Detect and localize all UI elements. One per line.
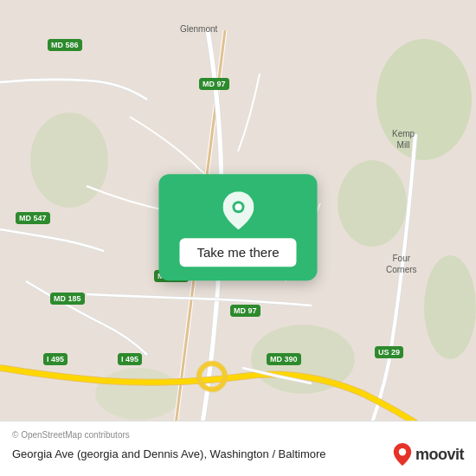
svg-point-13 <box>399 448 406 455</box>
action-card: Take me there <box>158 174 317 280</box>
bottom-bar: © OpenStreetMap contributors Georgia Ave… <box>0 421 476 476</box>
road-label-md97b: MD 97 <box>230 305 261 317</box>
map-container: MD 586 MD 97 MD 547 MD 185 MD 192 MD 97 … <box>0 0 476 476</box>
place-label-glenmont: Glenmont <box>180 24 217 34</box>
road-label-md547: MD 547 <box>16 212 50 224</box>
svg-point-3 <box>30 113 108 208</box>
road-label-md586: MD 586 <box>48 39 82 51</box>
road-label-i495b: I 495 <box>118 353 142 365</box>
moovit-logo: moovit <box>393 443 464 466</box>
moovit-brand-text: moovit <box>415 446 464 464</box>
location-pin-icon <box>219 191 257 229</box>
attribution-text: © OpenStreetMap contributors <box>12 430 464 440</box>
svg-point-1 <box>376 39 472 160</box>
svg-point-5 <box>95 368 182 420</box>
road-label-md185: MD 185 <box>50 293 85 305</box>
road-label-us29: US 29 <box>375 346 403 358</box>
road-label-i495a: I 495 <box>43 353 68 365</box>
svg-point-2 <box>338 160 407 247</box>
place-label-four-corners: FourCorners <box>386 253 417 275</box>
svg-point-6 <box>424 255 476 359</box>
svg-point-12 <box>235 203 241 210</box>
take-me-there-button[interactable]: Take me there <box>179 238 296 267</box>
moovit-pin-icon <box>393 443 412 466</box>
road-label-md390: MD 390 <box>267 353 301 365</box>
location-text: Georgia Ave (georgia and Dennis Ave), Wa… <box>12 447 384 462</box>
road-label-md97a: MD 97 <box>199 78 229 90</box>
place-label-kemp-mill: KempMill <box>392 128 415 151</box>
